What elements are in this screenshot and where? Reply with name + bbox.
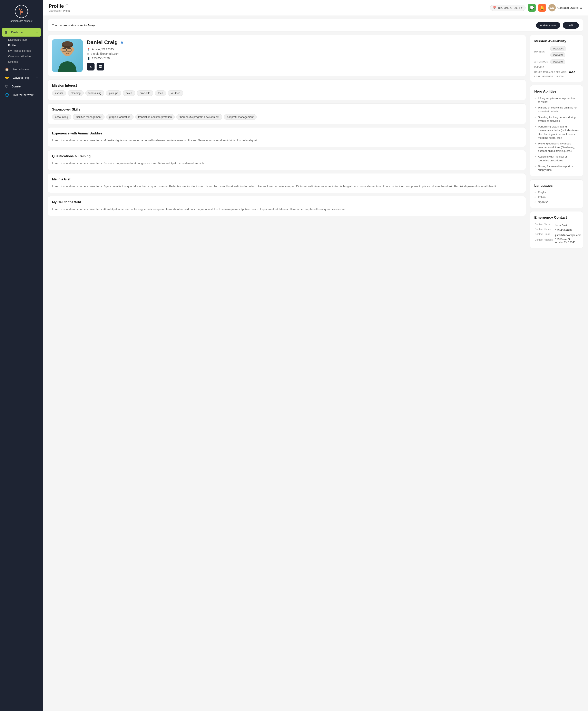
experience-body: Lorem ipsum dolor sit amet consectetur. … xyxy=(52,138,522,143)
languages-card: Languages ✓English ✓Italian ✓Spanish xyxy=(530,179,583,208)
hamburger-icon[interactable]: ≡ xyxy=(580,6,582,10)
sidebar-item-settings[interactable]: Settings xyxy=(6,59,41,65)
mission-availability-card: Mission Availability MORNING weekdays we… xyxy=(530,35,583,82)
sidebar-item-dashboard[interactable]: ⊞ Dashboard + xyxy=(2,28,41,37)
contact-email-row: Contact Email j.smith@example.com xyxy=(535,233,581,237)
contact-phone-row: Contact Phone 123-456-7890 xyxy=(535,228,581,232)
nav-section-dashboard: ⊞ Dashboard + Dashboard Hub Profile My R… xyxy=(0,28,43,65)
last-updated: LAST UPDATED 02-16-2024 xyxy=(534,75,579,78)
main-content: Profile ⓘ Dashboard › Profile 📅 Tue, Mar… xyxy=(43,0,588,711)
status-bar-actions: update status edit xyxy=(536,22,579,28)
header-left: Profile ⓘ Dashboard › Profile xyxy=(49,3,70,12)
languages-list: ✓English ✓Italian ✓Spanish xyxy=(534,191,579,204)
page-title: Profile ⓘ xyxy=(49,3,70,9)
contact-name-row: Contact Name John Smith xyxy=(535,223,581,228)
check-icon-6: ✓ xyxy=(534,155,536,159)
user-menu[interactable]: CO Candace Owens ≡ xyxy=(548,4,582,12)
dashboard-plus-icon[interactable]: + xyxy=(36,30,38,35)
profile-photo xyxy=(52,39,83,72)
donate-icon: ♡ xyxy=(5,85,8,88)
edit-button[interactable]: edit xyxy=(563,22,579,28)
status-value: Away xyxy=(87,24,95,27)
last-updated-label: LAST UPDATED xyxy=(534,75,551,78)
contact-address-row: Contact Address 123 Some St Austin, TX 1… xyxy=(535,238,581,244)
contact-phone-value: 123-456-7890 xyxy=(555,228,581,232)
sidebar-item-donate[interactable]: ♡ Donate xyxy=(2,83,41,90)
hours-label: HOURS AVAILABLE PER WEEK xyxy=(534,71,567,73)
emergency-contact-title: Emergency Contact xyxy=(534,216,579,220)
sidebar-nav: ⊞ Dashboard + Dashboard Hub Profile My R… xyxy=(0,26,43,711)
me-in-gist-body: Lorem ipsum dolor sit amet consectetur. … xyxy=(52,184,522,189)
rescue-heroes-label: My Rescue Heroes xyxy=(8,49,31,52)
tag-fundraising: fundraising xyxy=(85,90,105,96)
tag-sales: sales xyxy=(123,90,135,96)
afternoon-tag-weekend: weekend xyxy=(550,59,565,64)
date-picker[interactable]: 📅 Tue, Mar. 23, 2024 ▾ xyxy=(490,5,525,11)
sidebar-item-communication-hub[interactable]: Communication Hub xyxy=(6,53,41,59)
profile-phone: 📱 123-456-7890 xyxy=(87,57,522,60)
mission-interest-card: Mission Interest events cleaning fundrai… xyxy=(48,80,526,100)
hero-abilities-card: Hero Abilities ✓Lifting supplies or equi… xyxy=(530,85,583,176)
tag-accounting: accounting xyxy=(52,114,71,120)
hours-value: 6-10 xyxy=(569,70,575,74)
tag-tech: tech xyxy=(155,90,166,96)
afternoon-row: AFTERNOON weekend xyxy=(534,59,579,64)
sidebar: 🦌 animal care connect ⊞ Dashboard + Dash… xyxy=(0,0,43,711)
logo-icon: 🦌 xyxy=(15,5,28,18)
header-right: 📅 Tue, Mar. 23, 2024 ▾ 💬 🔔 CO Candace Ow… xyxy=(490,4,582,12)
dashboard-icon: ⊞ xyxy=(5,30,7,34)
superpower-skills-tags: accounting facilities management graphic… xyxy=(52,114,522,120)
message-btn[interactable]: 💬 xyxy=(528,4,536,12)
update-status-button[interactable]: update status xyxy=(536,22,560,28)
content-grid: Daniel Craig ★ 📍 Austin, TX 12345 ✉ d.cr… xyxy=(43,32,588,253)
abilities-list: ✓Lifting supplies or equipment (up to 40… xyxy=(534,96,579,172)
tag-vet-tech: vet-tech xyxy=(167,90,183,96)
chevron-down-icon: ▾ xyxy=(521,6,522,9)
qualifications-card: Qualifications & Training Lorem ipsum do… xyxy=(48,150,526,170)
sidebar-item-dashboard-hub[interactable]: Dashboard Hub xyxy=(6,37,41,43)
morning-tags: weekdays weekend xyxy=(550,46,579,57)
dashboard-subnav: Dashboard Hub Profile My Rescue Heroes C… xyxy=(2,37,41,65)
calendar-icon: 📅 xyxy=(493,6,496,9)
breadcrumb-dashboard[interactable]: Dashboard xyxy=(49,9,61,12)
qualifications-body: Lorem ipsum dolor sit amet consectetur. … xyxy=(52,161,522,166)
language-english: ✓English xyxy=(534,191,579,194)
languages-title: Languages xyxy=(534,184,579,188)
ways-plus-icon[interactable]: + xyxy=(36,76,38,80)
network-plus-icon[interactable]: + xyxy=(36,93,38,97)
my-call-title: My Call to the Wild xyxy=(52,200,522,204)
comm-hub-label: Communication Hub xyxy=(8,55,32,58)
ability-7: ✓Driving for animal transport or supply … xyxy=(534,165,579,172)
email-action-btn[interactable]: ✉ xyxy=(87,63,94,70)
sidebar-item-my-rescue-heroes[interactable]: My Rescue Heroes xyxy=(6,48,41,53)
ability-6: ✓Assisting with medical or grooming proc… xyxy=(534,155,579,162)
profile-name-row: Daniel Craig ★ xyxy=(87,39,522,46)
sidebar-item-profile[interactable]: Profile xyxy=(6,43,41,48)
contact-email-label: Contact Email xyxy=(535,233,555,237)
star-icon: ★ xyxy=(120,40,124,45)
notification-btn[interactable]: 🔔 xyxy=(538,4,546,12)
content-left: Daniel Craig ★ 📍 Austin, TX 12345 ✉ d.cr… xyxy=(48,35,526,249)
profile-full-name: Daniel Craig xyxy=(87,39,118,46)
tag-translation: translation and interpretation xyxy=(135,114,175,120)
svg-point-9 xyxy=(61,48,63,51)
contact-name-value: John Smith xyxy=(555,223,581,228)
profile-card: Daniel Craig ★ 📍 Austin, TX 12345 ✉ d.cr… xyxy=(48,35,526,76)
message-action-btn[interactable]: 💬 xyxy=(96,63,104,70)
sidebar-item-join-network[interactable]: 🌐 Join the network + xyxy=(2,91,41,99)
lang-check-3: ✓ xyxy=(534,201,536,204)
sidebar-item-ways-to-help[interactable]: 🤝 Ways to Help + xyxy=(2,74,41,82)
user-name: Candace Owens xyxy=(557,6,579,9)
ways-to-help-label: Ways to Help xyxy=(13,76,30,80)
bell-icon: 🔔 xyxy=(540,5,544,10)
contact-email-value: j.smith@example.com xyxy=(555,233,581,237)
ability-5: ✓Working outdoors in various weather con… xyxy=(534,142,579,153)
hours-row: HOURS AVAILABLE PER WEEK 6-10 xyxy=(534,70,579,74)
sidebar-item-find-a-home[interactable]: 🏠 Find a Home xyxy=(2,65,41,73)
check-icon-5: ✓ xyxy=(534,142,536,146)
avatar-initials: CO xyxy=(550,6,554,9)
email-text: d.craig@example.com xyxy=(91,52,119,56)
message-icon: 💬 xyxy=(529,5,534,10)
location-text: Austin, TX 12345 xyxy=(92,48,114,51)
tag-nonprofit: nonprofit management xyxy=(224,114,257,120)
